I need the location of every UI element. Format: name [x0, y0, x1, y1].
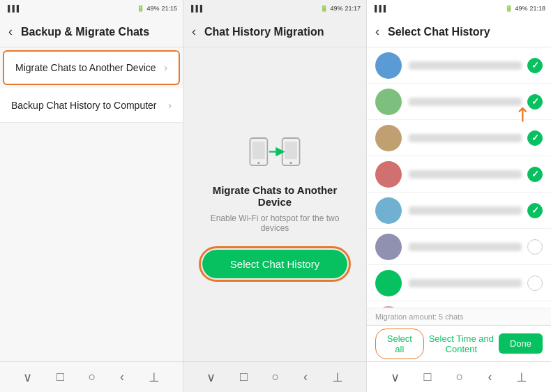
nav-back-3[interactable]: ‹ [488, 370, 492, 384]
avatar-6 [375, 270, 402, 296]
checkbox-3[interactable]: ✓ [527, 167, 543, 182]
chat-name-5 [409, 243, 522, 251]
backup-chat-menu-item[interactable]: Backup Chat History to Computer › [0, 88, 183, 123]
chat-item-1[interactable]: ✓ [367, 84, 551, 120]
nav-bar-3: ∨ □ ○ ‹ ⊥ [367, 361, 551, 392]
battery-time-1: 🔋 49% 21:15 [137, 5, 177, 12]
battery-icon-3: 🔋 [505, 5, 513, 12]
signal-icon-1: ▐▐▐ [6, 5, 19, 12]
chat-name-3 [409, 170, 522, 179]
nav-circle-2[interactable]: ○ [271, 370, 279, 384]
nav-square-3[interactable]: □ [424, 370, 432, 384]
nav-share-1[interactable]: ⊥ [149, 370, 160, 385]
checkbox-1[interactable]: ✓ [527, 94, 543, 110]
nav-bar-1: ∨ □ ○ ‹ ⊥ [0, 361, 183, 392]
battery-icon-2: 🔋 [320, 5, 328, 12]
nav-down-2[interactable]: ∨ [206, 370, 216, 385]
select-all-button[interactable]: Select all [375, 329, 424, 359]
header-1: ‹ Backup & Migrate Chats [0, 17, 183, 47]
avatar-2 [375, 125, 402, 151]
checkbox-5[interactable] [527, 239, 543, 255]
nav-down-3[interactable]: ∨ [391, 370, 400, 385]
chevron-icon-2: › [168, 100, 172, 111]
nav-square-1[interactable]: □ [56, 370, 64, 384]
battery-label-2: 49% [330, 5, 342, 12]
chat-item-7[interactable] [367, 301, 551, 308]
battery-icon-1: 🔋 [137, 5, 144, 12]
signal-icon-3: ▐▐▐ [372, 5, 386, 12]
time-label-2: 21:17 [345, 5, 361, 12]
chat-list: ↗ ✓ ✓ ✓ ✓ ✓ [367, 47, 551, 308]
avatar-0 [375, 52, 402, 79]
time-label-1: 21:15 [161, 5, 177, 12]
migrate-devices-icon [247, 131, 303, 173]
nav-circle-3[interactable]: ○ [455, 370, 463, 384]
avatar-1 [375, 89, 402, 115]
nav-share-2[interactable]: ⊥ [332, 370, 343, 385]
backup-chat-label: Backup Chat History to Computer [11, 100, 157, 111]
checkbox-2[interactable]: ✓ [527, 130, 543, 146]
back-button-2[interactable]: ‹ [192, 24, 196, 39]
select-time-button[interactable]: Select Time and Content [424, 333, 499, 354]
chat-item-6[interactable] [367, 265, 551, 301]
battery-time-3: 🔋 49% 21:18 [505, 5, 545, 12]
nav-back-1[interactable]: ‹ [120, 370, 124, 384]
avatar-7 [375, 306, 402, 308]
svg-point-2 [257, 161, 260, 164]
check-mark-1: ✓ [531, 96, 539, 107]
migrate-chats-label: Migrate Chats to Another Device [15, 62, 156, 73]
panel-select-chat: ▐▐▐ 🔋 49% 21:18 ‹ Select Chat History ↗ … [367, 0, 551, 392]
check-mark-4: ✓ [531, 205, 539, 216]
chat-name-6 [409, 279, 522, 287]
status-bar-2: ▐▐▐ 🔋 49% 21:17 [183, 0, 366, 17]
checkbox-4[interactable]: ✓ [527, 203, 543, 218]
battery-label-3: 49% [515, 5, 527, 12]
migrate-title: Migrate Chats to Another Device [197, 184, 352, 208]
time-label-3: 21:18 [529, 5, 545, 12]
nav-bar-2: ∨ □ ○ ‹ ⊥ [183, 361, 366, 392]
panel-backup-migrate: ▐▐▐ 🔋 49% 21:15 ‹ Backup & Migrate Chats… [0, 0, 183, 392]
checkbox-6[interactable] [527, 276, 543, 291]
chat-name-1 [409, 98, 522, 106]
header-3: ‹ Select Chat History [367, 17, 551, 47]
chat-item-5[interactable] [367, 229, 551, 265]
nav-circle-1[interactable]: ○ [88, 370, 96, 384]
avatar-5 [375, 234, 402, 260]
chat-item-4[interactable]: ✓ [367, 193, 551, 229]
bottom-action-bar: Select all Select Time and Content Done [367, 325, 551, 361]
status-bar-3: ▐▐▐ 🔋 49% 21:18 [367, 0, 551, 17]
back-button-3[interactable]: ‹ [375, 24, 379, 39]
check-mark-3: ✓ [531, 169, 539, 179]
chat-name-0 [409, 61, 522, 70]
nav-square-2[interactable]: □ [240, 370, 248, 384]
chat-item-0[interactable]: ✓ [367, 47, 551, 84]
check-mark-0: ✓ [531, 60, 539, 70]
nav-back-2[interactable]: ‹ [303, 370, 308, 384]
done-button[interactable]: Done [499, 333, 543, 354]
check-mark-2: ✓ [531, 133, 539, 143]
signal-icons-2: ▐▐▐ [189, 5, 202, 12]
signal-icon-2: ▐▐▐ [189, 5, 202, 12]
chat-item-3[interactable]: ✓ [367, 156, 551, 193]
nav-share-3[interactable]: ⊥ [516, 370, 527, 385]
avatar-4 [375, 197, 402, 224]
back-button-1[interactable]: ‹ [8, 24, 13, 39]
chat-name-4 [409, 206, 522, 215]
panel3-title: Select Chat History [388, 26, 490, 38]
panel-chat-migration: ▐▐▐ 🔋 49% 21:17 ‹ Chat History Migration [183, 0, 367, 392]
svg-rect-4 [285, 142, 297, 159]
migrate-subtitle: Enable Wi-Fi or hotspot for the two devi… [197, 213, 352, 233]
battery-time-2: 🔋 49% 21:17 [320, 5, 361, 12]
checkbox-0[interactable]: ✓ [527, 58, 543, 73]
migration-amount: Migration amount: 5 chats [367, 308, 551, 325]
svg-rect-1 [252, 142, 265, 159]
avatar-3 [375, 161, 402, 188]
chevron-icon-1: › [164, 62, 167, 73]
svg-point-5 [289, 161, 292, 164]
chat-name-2 [409, 134, 522, 142]
nav-down-1[interactable]: ∨ [23, 370, 32, 385]
panel2-title: Chat History Migration [204, 26, 324, 38]
migrate-chats-menu-item[interactable]: Migrate Chats to Another Device › [3, 50, 180, 85]
chat-item-2[interactable]: ✓ [367, 120, 551, 156]
select-chat-history-button[interactable]: Select Chat History [202, 250, 347, 278]
